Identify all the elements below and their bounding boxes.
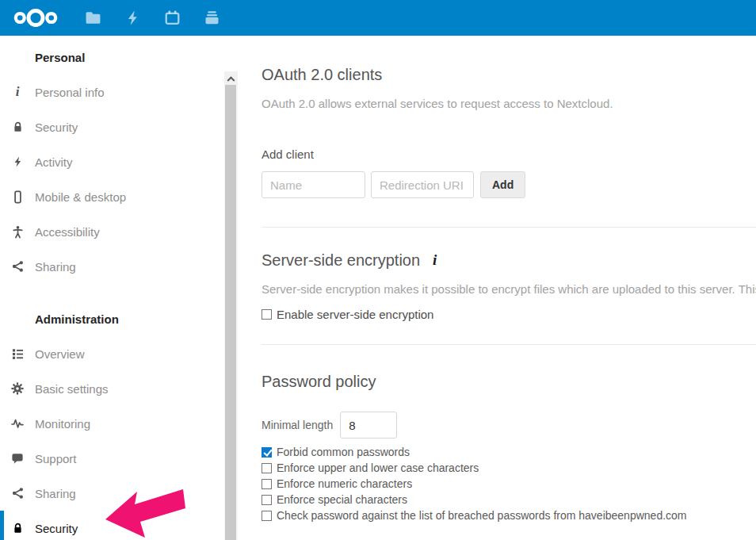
sidebar-item-label: Personal info <box>35 86 105 99</box>
client-name-input[interactable] <box>262 171 365 198</box>
share-icon <box>0 260 35 273</box>
sidebar-item-accessibility[interactable]: Accessibility <box>0 214 238 249</box>
policy-option-row: Check password against the list of breac… <box>262 507 756 523</box>
nextcloud-logo[interactable] <box>10 0 62 36</box>
add-client-label: Add client <box>262 147 756 161</box>
gear-icon <box>0 382 35 395</box>
oauth-section-title: OAuth 2.0 clients <box>262 64 756 85</box>
lock-icon <box>0 522 35 534</box>
nextcloud-logo-icon <box>11 7 60 29</box>
policy-option-row: Enforce special characters <box>262 492 756 507</box>
settings-nav: Personal i Personal info Security Activi… <box>0 36 238 540</box>
top-header-bar <box>0 0 756 36</box>
deck-icon[interactable] <box>192 0 231 36</box>
lock-icon <box>0 121 35 133</box>
calendar-icon[interactable] <box>152 0 192 36</box>
sidebar-item-label: Security <box>35 522 78 535</box>
sidebar-item-mobile-desktop[interactable]: Mobile & desktop <box>0 179 238 214</box>
sidebar-item-label: Accessibility <box>35 225 100 239</box>
add-client-form: Add <box>262 171 756 198</box>
minimal-length-row: Minimal length <box>262 412 756 439</box>
sidebar-item-basic-settings[interactable]: Basic settings <box>0 371 238 406</box>
sidebar-item-label: Sharing <box>35 487 76 500</box>
section-divider <box>262 227 756 228</box>
sidebar-item-label: Sharing <box>35 260 76 274</box>
section-header-personal: Personal <box>0 40 238 75</box>
encryption-description: Server-side encryption makes it possible… <box>262 281 756 297</box>
sidebar-item-security-personal[interactable]: Security <box>0 109 238 144</box>
enable-encryption-label: Enable server-side encryption <box>277 308 433 321</box>
sidebar-item-label: Mobile & desktop <box>35 190 126 204</box>
sidebar-item-overview[interactable]: Overview <box>0 336 238 371</box>
sidebar-scrollbar[interactable] <box>224 71 238 540</box>
activity-icon <box>0 155 35 168</box>
enforce-upper-lower-checkbox[interactable] <box>262 463 272 473</box>
sidebar-item-activity[interactable]: Activity <box>0 144 238 179</box>
sidebar-item-security-admin[interactable]: Security <box>0 511 238 540</box>
policy-option-row: Enforce upper and lower case characters <box>262 460 756 476</box>
info-icon: i <box>0 84 35 100</box>
sidebar-item-label: Activity <box>35 155 73 169</box>
sidebar-item-personal-info[interactable]: i Personal info <box>0 75 238 109</box>
accessibility-icon <box>0 225 35 239</box>
sidebar-item-sharing-admin[interactable]: Sharing <box>0 476 238 511</box>
activity-icon[interactable] <box>113 0 152 36</box>
enable-encryption-checkbox[interactable] <box>262 309 272 320</box>
enforce-numeric-checkbox[interactable] <box>262 479 272 489</box>
settings-sidebar: Personal i Personal info Security Activi… <box>0 36 238 540</box>
encryption-section-title: Server-side encryption <box>262 250 420 270</box>
sidebar-item-label: Overview <box>35 347 85 361</box>
section-divider <box>262 344 756 345</box>
sidebar-item-label: Support <box>35 452 77 465</box>
app-icon-strip <box>73 0 231 36</box>
check-haveibeenpwned-checkbox[interactable] <box>262 511 272 521</box>
monitoring-icon <box>0 418 35 429</box>
sidebar-item-support[interactable]: Support <box>0 441 238 476</box>
policy-option-label: Enforce special characters <box>277 493 407 506</box>
minimal-length-label: Minimal length <box>262 419 333 431</box>
files-icon[interactable] <box>73 0 113 36</box>
policy-option-label: Enforce numeric characters <box>277 477 412 490</box>
add-client-button[interactable]: Add <box>480 171 525 198</box>
support-chat-icon <box>0 453 35 465</box>
password-policy-section-title: Password policy <box>262 371 756 392</box>
redirection-uri-input[interactable] <box>371 171 474 198</box>
phone-icon <box>0 190 35 204</box>
sidebar-item-label: Monitoring <box>35 417 90 431</box>
chevron-up-icon <box>227 76 235 84</box>
info-icon[interactable]: i <box>433 251 437 269</box>
oauth-description: OAuth 2.0 allows external services to re… <box>262 95 756 112</box>
enable-encryption-row: Enable server-side encryption <box>262 308 756 321</box>
policy-option-label: Forbid common passwords <box>277 446 410 458</box>
policy-option-row: Enforce numeric characters <box>262 476 756 492</box>
share-icon <box>0 487 35 500</box>
policy-option-row: Forbid common passwords <box>262 444 756 460</box>
section-header-administration: Administration <box>0 301 238 336</box>
password-policy-options: Forbid common passwords Enforce upper an… <box>262 444 756 523</box>
forbid-common-passwords-checkbox[interactable] <box>262 447 272 458</box>
scrollbar-thumb[interactable] <box>225 85 236 540</box>
sidebar-item-label: Basic settings <box>35 382 109 396</box>
sidebar-item-monitoring[interactable]: Monitoring <box>0 406 238 441</box>
settings-content: OAuth 2.0 clients OAuth 2.0 allows exter… <box>238 36 756 540</box>
policy-option-label: Enforce upper and lower case characters <box>277 461 479 474</box>
scrollbar-up-button[interactable] <box>224 71 238 85</box>
minimal-length-input[interactable] <box>340 412 397 439</box>
enforce-special-checkbox[interactable] <box>262 495 272 505</box>
sidebar-item-label: Security <box>35 121 78 134</box>
sidebar-item-sharing-personal[interactable]: Sharing <box>0 249 238 284</box>
policy-option-label: Check password against the list of breac… <box>277 509 687 522</box>
overview-list-icon <box>0 348 35 360</box>
